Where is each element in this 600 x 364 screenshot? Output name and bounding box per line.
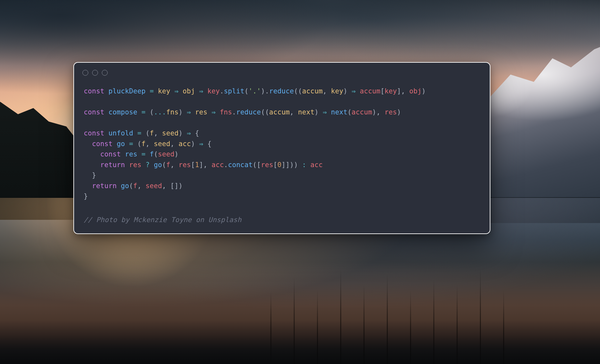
code-line[interactable] [84,118,480,128]
code-window: const pluckDeep = key ⇒ obj ⇒ key.split(… [73,62,490,234]
code-line[interactable] [84,97,480,107]
code-line[interactable]: const go = (f, seed, acc) ⇒ { [84,139,480,149]
code-line[interactable]: const pluckDeep = key ⇒ obj ⇒ key.split(… [84,86,480,97]
code-line[interactable]: return go(f, seed, []) [84,181,480,191]
code-line[interactable]: } [84,191,480,202]
code-line[interactable]: const unfold = (f, seed) ⇒ { [84,128,480,139]
code-line[interactable]: const res = f(seed) [84,149,480,160]
close-icon[interactable] [82,70,88,76]
window-titlebar[interactable] [74,63,490,78]
background-reeds [242,264,533,364]
photo-credit-comment: // Photo by Mckenzie Toyne on Unsplash [74,208,490,233]
code-editor[interactable]: const pluckDeep = key ⇒ obj ⇒ key.split(… [74,78,490,208]
minimize-icon[interactable] [92,70,98,76]
code-line[interactable]: } [84,170,480,181]
code-line[interactable]: const compose = (...fns) ⇒ res ⇒ fns.red… [84,107,480,118]
zoom-icon[interactable] [102,70,108,76]
code-line[interactable]: return res ? go(f, res[1], acc.concat([r… [84,160,480,170]
